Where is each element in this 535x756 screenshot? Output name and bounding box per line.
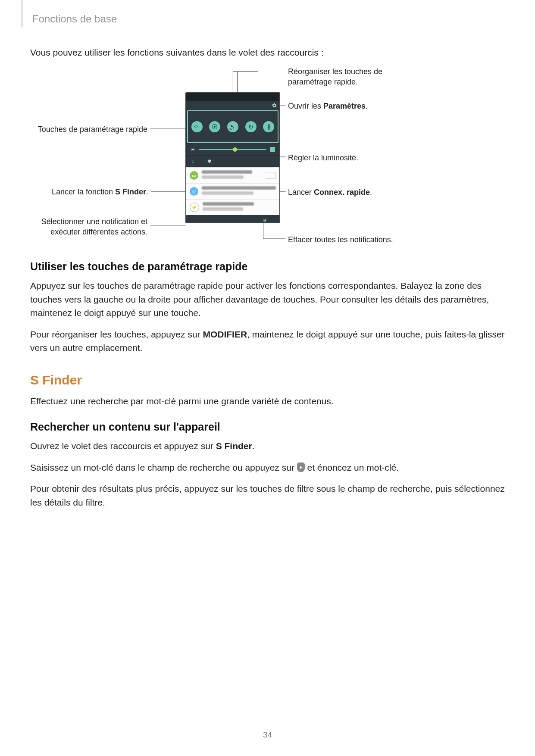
notification-item[interactable]: ⚡ (186, 199, 279, 215)
paragraph: Saisissez un mot-clé dans le champ de re… (30, 461, 505, 475)
blurred-text (203, 202, 254, 206)
bold: Connex. rapide (314, 188, 370, 197)
brightness-icon: ☀ (191, 147, 195, 153)
text: Pour réorganiser les touches, appuyez su… (30, 329, 203, 339)
blurred-text (202, 170, 252, 174)
sound-icon[interactable]: 🔊 (227, 121, 238, 132)
paragraph: Appuyez sur les touches de paramétrage r… (30, 279, 505, 320)
brightness-row[interactable]: ☀ (187, 144, 278, 155)
breadcrumb: Fonctions de base (32, 13, 117, 25)
blurred-text (202, 175, 244, 179)
phone-mockup: ✿ ᯤ ⦿ 🔊 ↻ ∦ ☀ ⌕ ✱ (185, 92, 280, 223)
callout-select-notification: Sélectionner une notification et exécute… (30, 216, 147, 237)
blurred-text (202, 191, 253, 195)
blurred-text (202, 186, 276, 190)
callout-quick-settings-keys: Touches de paramétrage rapide (30, 124, 147, 134)
bold: MODIFIER (203, 329, 247, 339)
gear-icon[interactable]: ✿ (272, 102, 277, 109)
bluetooth-icon[interactable]: ∦ (263, 121, 274, 132)
text: Ouvrir les (288, 102, 323, 110)
callout-quick-connect: Lancer Connex. rapide. (288, 187, 372, 197)
phone-footer-bar: ≋ (186, 215, 279, 223)
paragraph: Ouvrez le volet des raccourcis et appuye… (30, 439, 505, 453)
slider-thumb[interactable] (233, 147, 237, 152)
sfinder-row[interactable]: ⌕ ✱ (187, 156, 278, 166)
notif-usb-icon: ψ (190, 187, 198, 196)
text: . (252, 441, 255, 451)
rotate-icon[interactable]: ↻ (245, 121, 257, 132)
blurred-text (203, 207, 243, 211)
notifications-area: ▭ ψ ⚡ (186, 167, 279, 215)
notification-panel-diagram: Touches de paramétrage rapide Lancer la … (30, 66, 505, 247)
bold: S Finder (216, 441, 252, 451)
brightness-slider[interactable] (199, 149, 266, 150)
notif-battery-icon: ⚡ (190, 203, 199, 212)
callout-reorganize: Réorganiser les touches de paramétrage r… (288, 66, 400, 87)
callout-clear-notifications: Effacer toutes les notifications. (288, 234, 393, 245)
text: Saisissez un mot-clé dans le champ de re… (30, 462, 297, 472)
text: . (370, 188, 372, 197)
heading-search-device: Rechercher un contenu sur l'appareil (30, 421, 505, 433)
mic-icon: ● (297, 462, 305, 472)
callout-launch-sfinder: Lancer la fonction S Finder. (30, 187, 148, 197)
location-icon[interactable]: ⦿ (209, 121, 220, 132)
callout-brightness: Régler la luminosité. (288, 153, 358, 163)
paragraph: Effectuez une recherche par mot-clé parm… (30, 394, 505, 408)
text: . (366, 102, 368, 110)
notification-item[interactable]: ▭ (186, 167, 279, 183)
callout-open-settings: Ouvrir les Paramètres. (288, 101, 368, 111)
header-divider (22, 0, 22, 27)
clear-all-icon[interactable]: ≋ (262, 217, 266, 223)
phone-header-bar: ✿ (186, 101, 279, 109)
heading-quick-settings: Utiliser les touches de paramétrage rapi… (30, 260, 505, 273)
page-number: 34 (0, 730, 535, 740)
search-icon[interactable]: ⌕ (191, 158, 194, 164)
heading-sfinder: S Finder (30, 373, 505, 387)
text: Lancer (288, 188, 314, 197)
notif-image-icon: ▭ (190, 171, 198, 180)
paragraph: Pour obtenir des résultats plus précis, … (30, 482, 505, 509)
phone-status-bar (186, 93, 279, 101)
intro-text: Vous pouvez utiliser les fonctions suiva… (30, 47, 505, 58)
text: Ouvrez le volet des raccourcis et appuye… (30, 441, 216, 451)
auto-brightness-checkbox[interactable] (270, 147, 275, 152)
text: et énoncez un mot-clé. (305, 462, 399, 472)
notif-action[interactable] (265, 172, 276, 179)
wifi-icon[interactable]: ᯤ (191, 121, 203, 132)
paragraph: Pour réorganiser les touches, appuyez su… (30, 328, 505, 355)
quick-settings-row[interactable]: ᯤ ⦿ 🔊 ↻ ∦ (187, 110, 278, 143)
text: . (146, 187, 148, 196)
bold: S Finder (115, 187, 146, 196)
notification-item[interactable]: ψ (186, 183, 279, 199)
quick-connect-icon[interactable]: ✱ (207, 159, 211, 164)
bold: Paramètres (323, 102, 366, 110)
text: Lancer la fonction (52, 187, 115, 196)
